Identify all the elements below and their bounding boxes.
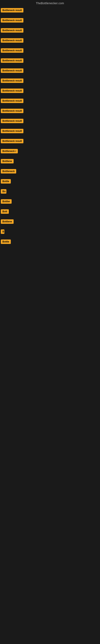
bottleneck-badge-21[interactable]: Bott	[1, 209, 9, 214]
badge-row-6: Bottleneck result	[0, 56, 100, 66]
bottleneck-badge-23[interactable]: B	[1, 230, 4, 234]
badge-row-3: Bottleneck result	[0, 26, 100, 36]
badge-row-14: Bottleneck result	[0, 136, 100, 146]
badge-row-17: Bottleneck	[0, 167, 100, 177]
badge-row-20: Bottler	[0, 197, 100, 207]
badge-row-7: Bottleneck result	[0, 66, 100, 76]
bottleneck-badge-3[interactable]: Bottleneck result	[1, 28, 23, 32]
bottleneck-badge-22[interactable]: Bottlene	[1, 219, 14, 224]
bottleneck-badge-5[interactable]: Bottleneck result	[1, 48, 23, 53]
badges-container: Bottleneck resultBottleneck resultBottle…	[0, 6, 100, 247]
bottleneck-badge-24[interactable]: Bottle	[1, 240, 11, 244]
bottleneck-badge-6[interactable]: Bottleneck result	[1, 58, 23, 63]
badge-row-5: Bottleneck result	[0, 46, 100, 56]
badge-row-23: B	[0, 227, 100, 237]
bottleneck-badge-1[interactable]: Bottleneck result	[1, 8, 23, 12]
site-title: TheBottlenecker.com	[0, 0, 100, 6]
badge-row-15: Bottleneck r	[0, 146, 100, 156]
badge-row-16: Bottlene	[0, 156, 100, 167]
bottleneck-badge-17[interactable]: Bottleneck	[1, 169, 16, 174]
bottleneck-badge-18[interactable]: Bottle	[1, 179, 11, 184]
bottleneck-badge-10[interactable]: Bottleneck result	[1, 98, 23, 103]
bottleneck-badge-2[interactable]: Bottleneck result	[1, 18, 23, 22]
badge-row-24: Bottle	[0, 237, 100, 247]
bottleneck-badge-12[interactable]: Bottleneck result	[1, 119, 23, 123]
bottleneck-badge-4[interactable]: Bottleneck result	[1, 38, 23, 43]
badge-row-2: Bottleneck result	[0, 16, 100, 26]
badge-row-9: Bottleneck result	[0, 86, 100, 96]
badge-row-21: Bott	[0, 207, 100, 217]
badge-row-22: Bottlene	[0, 217, 100, 227]
bottleneck-badge-20[interactable]: Bottler	[1, 199, 12, 204]
badge-row-8: Bottleneck result	[0, 76, 100, 86]
bottleneck-badge-16[interactable]: Bottlene	[1, 159, 14, 164]
badge-row-12: Bottleneck result	[0, 116, 100, 126]
badge-row-1: Bottleneck result	[0, 6, 100, 16]
badge-row-10: Bottleneck result	[0, 96, 100, 106]
bottleneck-badge-13[interactable]: Bottleneck result	[1, 129, 23, 133]
badge-row-4: Bottleneck result	[0, 36, 100, 46]
bottleneck-badge-15[interactable]: Bottleneck r	[1, 149, 18, 153]
badge-row-19: Bo	[0, 187, 100, 197]
badge-row-13: Bottleneck result	[0, 126, 100, 136]
bottleneck-badge-9[interactable]: Bottleneck result	[1, 88, 23, 93]
bottleneck-badge-19[interactable]: Bo	[1, 189, 6, 194]
badge-row-18: Bottle	[0, 177, 100, 187]
bottleneck-badge-14[interactable]: Bottleneck result	[1, 139, 23, 143]
bottleneck-badge-7[interactable]: Bottleneck result	[1, 68, 23, 73]
bottleneck-badge-8[interactable]: Bottleneck result	[1, 78, 23, 83]
bottleneck-badge-11[interactable]: Bottleneck result	[1, 109, 23, 113]
badge-row-11: Bottleneck result	[0, 106, 100, 116]
